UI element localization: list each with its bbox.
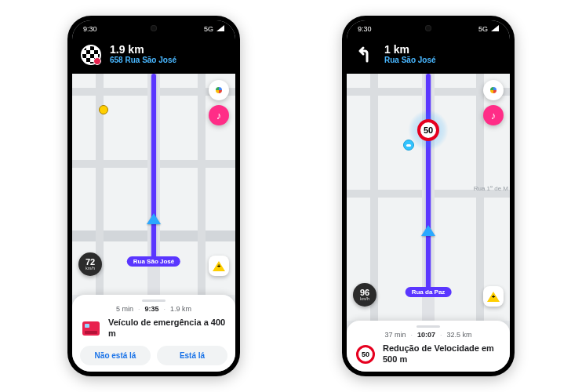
waze-avatar-icon bbox=[403, 140, 414, 151]
speed-unit: km/h bbox=[360, 297, 369, 302]
emergency-vehicle-icon bbox=[82, 321, 100, 336]
speed-limit-mini-value: 50 bbox=[362, 350, 369, 358]
not-there-button[interactable]: Não está lá bbox=[80, 346, 151, 365]
status-time: 9:30 bbox=[83, 25, 97, 33]
camera-hole bbox=[425, 25, 431, 31]
turn-left-icon bbox=[355, 44, 376, 66]
destination-flag-icon bbox=[81, 45, 101, 65]
map-view[interactable]: Rua São José ♪ 72 km/h bbox=[72, 74, 235, 295]
signal-icon bbox=[216, 25, 224, 33]
nav-distance: 1.9 km bbox=[110, 43, 176, 56]
vehicle-cursor-icon bbox=[147, 213, 161, 224]
music-note-icon: ♪ bbox=[216, 110, 222, 122]
alert-text: Veículo de emergência a 400 m bbox=[108, 318, 227, 339]
hazard-triangle-icon bbox=[487, 292, 500, 302]
status-time: 9:30 bbox=[358, 25, 372, 33]
music-note-icon: ♪ bbox=[491, 110, 497, 122]
voice-search-button[interactable] bbox=[483, 80, 504, 100]
speed-unit: km/h bbox=[85, 267, 95, 271]
eta-dist: 1.9 km bbox=[170, 305, 191, 313]
eta-stats: 5 min· 9:35· 1.9 km bbox=[80, 305, 227, 313]
status-network: 5G bbox=[478, 25, 488, 33]
bottom-card[interactable]: 5 min· 9:35· 1.9 km Veículo de emergênci… bbox=[72, 295, 235, 372]
current-street-pill: Rua São José bbox=[127, 256, 180, 267]
drag-handle[interactable] bbox=[142, 299, 166, 302]
phone-right: 9:30 5G 1 km Rua São José bbox=[342, 16, 515, 376]
google-mic-icon bbox=[490, 87, 497, 93]
eta-min: 5 min bbox=[116, 305, 133, 313]
speedometer-badge[interactable]: 96 km/h bbox=[353, 283, 376, 307]
status-network: 5G bbox=[204, 25, 213, 33]
eta-stats: 37 min· 10:07· 32.5 km bbox=[355, 331, 502, 339]
eta-time: 10:07 bbox=[417, 331, 435, 339]
google-mic-icon bbox=[216, 87, 222, 93]
nav-header[interactable]: 1.9 km 658 Rua São José bbox=[72, 38, 235, 74]
report-hazard-button[interactable] bbox=[209, 256, 229, 276]
music-button[interactable]: ♪ bbox=[483, 105, 504, 125]
screen: 9:30 5G 1.9 km 658 Rua São José bbox=[72, 20, 235, 372]
speedometer-badge[interactable]: 72 km/h bbox=[78, 252, 102, 276]
eta-min: 37 min bbox=[384, 331, 406, 339]
status-bar: 9:30 5G bbox=[72, 20, 235, 38]
destination-pin-icon bbox=[93, 57, 101, 65]
alert-text: Redução de Velocidade em 500 m bbox=[383, 343, 502, 365]
alert-row: 50 Redução de Velocidade em 500 m bbox=[355, 343, 502, 365]
nav-header[interactable]: 1 km Rua São José bbox=[347, 38, 510, 74]
signal-icon bbox=[491, 25, 499, 33]
side-street-label: Rua 1º de M bbox=[474, 185, 508, 192]
speed-limit-mini-icon: 50 bbox=[356, 345, 375, 364]
map-report-dot[interactable] bbox=[99, 105, 108, 114]
nav-street: 658 Rua São José bbox=[110, 56, 176, 65]
vehicle-cursor-icon bbox=[421, 225, 435, 236]
route-line bbox=[151, 74, 156, 263]
bottom-card[interactable]: 37 min· 10:07· 32.5 km 50 Redução de Vel… bbox=[347, 321, 510, 372]
nav-distance: 1 km bbox=[384, 43, 436, 56]
nav-street: Rua São José bbox=[384, 56, 436, 65]
eta-dist: 32.5 km bbox=[447, 331, 472, 339]
status-bar: 9:30 5G bbox=[347, 20, 510, 38]
speed-limit-sign[interactable]: 50 bbox=[417, 119, 439, 141]
route-line bbox=[426, 74, 431, 294]
screen: 9:30 5G 1 km Rua São José bbox=[347, 20, 510, 372]
still-there-button[interactable]: Está lá bbox=[157, 346, 227, 365]
eta-time: 9:35 bbox=[144, 305, 158, 313]
hazard-triangle-icon bbox=[213, 261, 225, 271]
speed-limit-value: 50 bbox=[424, 125, 433, 135]
map-view[interactable]: Rua 1º de M 50 Rua da Paz ♪ 96 km/h bbox=[347, 74, 510, 321]
alert-row: Veículo de emergência a 400 m bbox=[80, 318, 227, 339]
drag-handle[interactable] bbox=[416, 325, 440, 328]
phone-left: 9:30 5G 1.9 km 658 Rua São José bbox=[67, 16, 240, 376]
voice-search-button[interactable] bbox=[209, 80, 229, 100]
music-button[interactable]: ♪ bbox=[209, 105, 229, 125]
current-street-pill: Rua da Paz bbox=[406, 287, 452, 297]
report-hazard-button[interactable] bbox=[483, 286, 504, 307]
camera-hole bbox=[151, 25, 157, 31]
